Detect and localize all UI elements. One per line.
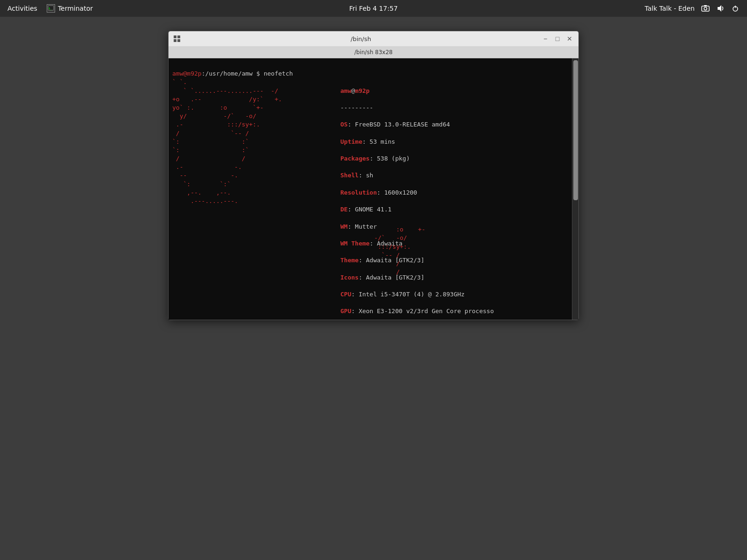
svg-point-3: [704, 7, 707, 10]
terminal-window: /bin/sh − □ ✕ /bin/sh 83x28 amw@m92p:/us…: [168, 31, 579, 320]
topbar-datetime: Fri Feb 4 17:57: [349, 5, 398, 12]
terminator-icon: $_: [47, 4, 55, 13]
scrollbar-thumb[interactable]: [573, 60, 578, 200]
topbar: Activities $_ Terminator Fri Feb 4 17:57…: [0, 0, 747, 17]
desktop: /bin/sh − □ ✕ /bin/sh 83x28 amw@m92p:/us…: [0, 17, 747, 560]
terminal-body[interactable]: amw@m92p:/usr/home/amw $ neofetch ` `. `…: [169, 58, 578, 320]
minimize-button[interactable]: −: [540, 34, 550, 44]
topbar-right: Talk Talk - Eden: [645, 4, 740, 13]
window-titlebar: /bin/sh − □ ✕: [169, 31, 578, 46]
app-indicator: $_ Terminator: [47, 4, 93, 13]
topbar-left: Activities $_ Terminator: [7, 4, 93, 13]
svg-marker-5: [718, 5, 721, 12]
power-icon[interactable]: [731, 4, 740, 13]
svg-rect-9: [177, 35, 180, 38]
camera-icon[interactable]: [701, 4, 710, 13]
grid-icon[interactable]: [172, 34, 182, 43]
neofetch-ascii: ` `. ` `......---.......--- -/ +o .-- /y…: [172, 78, 340, 320]
neofetch-ascii-overflow: :o +- -/` -o/ :::/sy+:. `-- / / /: [341, 217, 425, 285]
close-button[interactable]: ✕: [564, 34, 575, 44]
scrollbar[interactable]: [572, 58, 578, 320]
terminal-content[interactable]: amw@m92p:/usr/home/amw $ neofetch ` `. `…: [169, 58, 572, 320]
svg-text:$_: $_: [49, 7, 52, 10]
activities-button[interactable]: Activities: [7, 5, 37, 12]
svg-rect-8: [174, 35, 176, 38]
svg-rect-11: [177, 39, 180, 42]
maximize-button[interactable]: □: [552, 34, 563, 44]
tab-label: /bin/sh 83x28: [354, 49, 393, 56]
window-title: /bin/sh: [182, 35, 540, 42]
svg-rect-10: [174, 39, 176, 42]
app-name-label: Terminator: [58, 5, 93, 12]
volume-icon[interactable]: [716, 4, 725, 13]
user-song-label: Talk Talk - Eden: [645, 5, 695, 12]
prompt-line-1: amw@m92p:/usr/home/amw $ neofetch: [172, 70, 293, 77]
window-controls: − □ ✕: [540, 34, 575, 44]
svg-rect-2: [702, 6, 709, 11]
titlebar-left: [172, 34, 182, 43]
svg-rect-4: [704, 5, 707, 7]
tab-bar[interactable]: /bin/sh 83x28: [169, 46, 578, 58]
